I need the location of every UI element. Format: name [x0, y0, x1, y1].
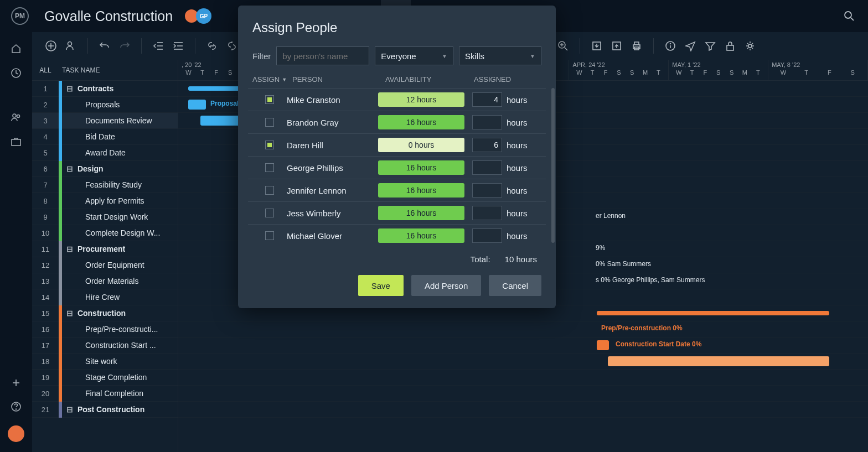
project-avatars[interactable]: GP: [184, 8, 211, 24]
link-icon[interactable]: [204, 38, 220, 54]
recent-icon[interactable]: [11, 67, 22, 79]
total-value: 10 hours: [505, 254, 537, 264]
assign-checkbox[interactable]: [265, 118, 274, 127]
task-row[interactable]: 14 Hire Crew: [32, 289, 178, 305]
assign-checkbox[interactable]: [265, 141, 274, 149]
task-row[interactable]: 10 Complete Design W...: [32, 225, 178, 241]
task-row[interactable]: 17 Construction Start ...: [32, 337, 178, 354]
task-row[interactable]: 2 Proposals: [32, 97, 178, 113]
task-row[interactable]: 19 Stage Completion: [32, 370, 178, 386]
assign-checkbox[interactable]: [265, 186, 274, 195]
briefcase-icon[interactable]: [11, 136, 22, 147]
task-row[interactable]: 18 Site work: [32, 354, 178, 370]
send-icon[interactable]: [683, 38, 698, 54]
task-row[interactable]: 13 Order Materials: [32, 273, 178, 289]
hours-input[interactable]: [472, 206, 502, 220]
task-row[interactable]: 16 Prep/Pre-constructi...: [32, 321, 178, 337]
row-label: Order Materials: [62, 277, 178, 285]
help-icon[interactable]: [11, 401, 22, 412]
user-avatar[interactable]: [8, 425, 24, 442]
hours-input[interactable]: [472, 115, 502, 129]
chevron-down-icon: ▼: [442, 53, 447, 59]
filter-skills-select[interactable]: Skills▼: [459, 46, 541, 65]
redo-icon[interactable]: [117, 38, 132, 54]
availability-badge: 0 hours: [378, 138, 464, 152]
unlink-icon[interactable]: [224, 38, 240, 54]
assign-checkbox[interactable]: [265, 163, 274, 172]
add-icon[interactable]: [11, 378, 21, 388]
row-label: Award Date: [62, 148, 178, 157]
zoom-icon[interactable]: [555, 38, 571, 54]
gantt-bar[interactable]: [608, 356, 829, 366]
hours-input[interactable]: [472, 138, 502, 152]
save-button[interactable]: Save: [358, 275, 404, 296]
settings-icon[interactable]: [742, 38, 758, 54]
gantt-bar[interactable]: [188, 100, 206, 110]
row-label: Bid Date: [62, 132, 178, 141]
add-person-button[interactable]: Add Person: [411, 275, 481, 296]
app-logo[interactable]: PM: [11, 7, 29, 25]
task-row[interactable]: 12 Order Equipment: [32, 257, 178, 273]
row-label: Start Design Work: [62, 212, 178, 221]
task-row[interactable]: 5 Award Date: [32, 145, 178, 161]
task-row[interactable]: 20 Final Completion: [32, 386, 178, 402]
task-row[interactable]: 8 Apply for Permits: [32, 193, 178, 209]
print-icon[interactable]: [629, 38, 644, 54]
team-icon[interactable]: [11, 112, 22, 123]
lock-icon[interactable]: [722, 38, 738, 54]
filter-group-select[interactable]: Everyone▼: [375, 46, 453, 65]
row-label: ⊟ Construction: [62, 309, 178, 318]
bar-label: 9%: [596, 244, 605, 252]
task-row[interactable]: 21 ⊟ Post Construction: [32, 402, 178, 418]
row-label: Feasibility Study: [62, 180, 178, 189]
col-person[interactable]: PERSON: [292, 75, 385, 84]
task-row[interactable]: 15 ⊟ Construction: [32, 305, 178, 321]
cancel-button[interactable]: Cancel: [489, 275, 541, 296]
task-row[interactable]: 6 ⊟ Design: [32, 161, 178, 177]
hours-input[interactable]: [472, 92, 502, 107]
task-row[interactable]: 9 Start Design Work: [32, 209, 178, 225]
row-number: 12: [32, 261, 59, 269]
assign-checkbox[interactable]: [265, 95, 274, 104]
scrollbar[interactable]: [551, 88, 555, 243]
row-number: 4: [32, 133, 59, 141]
indent-icon[interactable]: [170, 38, 186, 54]
import-icon[interactable]: [589, 38, 604, 54]
person-row: Brandon Gray 16 hours hours: [248, 111, 546, 133]
filter-icon[interactable]: [702, 38, 718, 54]
hours-input[interactable]: [472, 183, 502, 198]
export-icon[interactable]: [609, 38, 624, 54]
outdent-icon[interactable]: [151, 38, 166, 54]
col-assigned[interactable]: ASSIGNED: [474, 75, 541, 84]
task-row[interactable]: 11 ⊟ Procurement: [32, 241, 178, 257]
row-label: Construction Start ...: [62, 341, 178, 350]
bar-label: Prep/Pre-construction 0%: [601, 324, 683, 332]
row-number: 5: [32, 149, 59, 157]
hours-input[interactable]: [472, 228, 502, 243]
task-row[interactable]: 1 ⊟ Contracts: [32, 81, 178, 97]
undo-icon[interactable]: [97, 38, 112, 54]
person-name: Jennifer Lennon: [287, 186, 378, 195]
col-name[interactable]: TASK NAME: [59, 66, 100, 74]
col-all[interactable]: ALL: [32, 66, 59, 74]
total-row: Total: 10 hours: [238, 247, 556, 264]
gantt-bar[interactable]: [597, 340, 609, 350]
hours-input[interactable]: [472, 160, 502, 175]
assign-checkbox[interactable]: [265, 209, 274, 217]
col-availability[interactable]: AVAILABILITY: [385, 75, 474, 84]
info-icon[interactable]: [663, 38, 678, 54]
assign-checkbox[interactable]: [265, 231, 274, 240]
filter-name-input[interactable]: [276, 46, 369, 65]
task-row[interactable]: 7 Feasibility Study: [32, 177, 178, 193]
task-row[interactable]: 4 Bid Date: [32, 129, 178, 145]
add-task-icon[interactable]: [43, 38, 59, 54]
gantt-bar[interactable]: [597, 311, 829, 315]
assign-icon[interactable]: [63, 38, 79, 54]
row-label: Final Completion: [62, 389, 178, 398]
total-label: Total:: [471, 254, 490, 264]
search-icon[interactable]: [844, 11, 855, 22]
task-row[interactable]: 3 Documents Review: [32, 113, 178, 129]
home-icon[interactable]: [11, 43, 22, 54]
svg-point-19: [845, 12, 851, 18]
col-assign[interactable]: ASSIGN▼: [252, 75, 292, 84]
